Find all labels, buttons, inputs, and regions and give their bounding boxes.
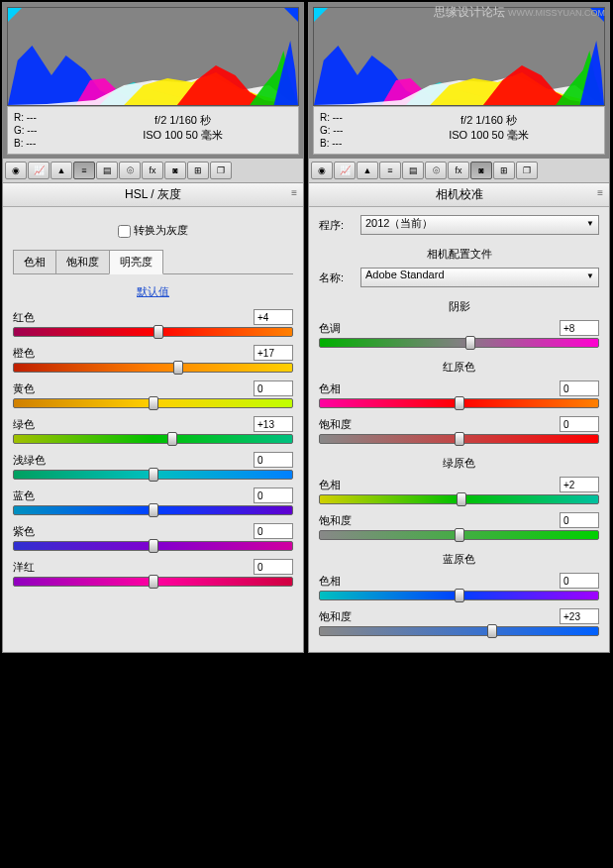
slider-value-input[interactable] [560,380,599,396]
exif-readout: f/2 1/160 秒ISO 100 50 毫米 [375,111,602,150]
hsl-content: 转换为灰度 色相 饱和度 明亮度 默认值 红色 橙色 黄色 [3,207,303,652]
lens-icon[interactable]: ⦾ [119,162,141,179]
histogram[interactable] [7,7,299,106]
calibration-panel: R: ---G: ---B: --- f/2 1/160 秒ISO 100 50… [308,2,610,653]
detail-icon[interactable]: ▲ [51,162,72,179]
histogram-area: R: ---G: ---B: --- f/2 1/160 秒ISO 100 50… [309,3,609,159]
slider-track[interactable] [319,398,599,408]
slider-value-input[interactable] [254,309,293,325]
slider-value-input[interactable] [254,452,293,468]
slider-handle[interactable] [149,396,158,410]
slider-row: 色相 [319,573,599,600]
split-icon[interactable]: ▤ [402,162,424,179]
slider-track[interactable] [319,530,599,540]
fx-icon[interactable]: fx [142,162,163,179]
highlight-clip-icon[interactable] [284,8,298,22]
presets-icon[interactable]: ⊞ [187,162,209,179]
slider-track[interactable] [13,470,293,480]
slider-value-input[interactable] [560,512,599,528]
slider-row: 饱和度 [319,608,599,636]
slider-value-input[interactable] [560,477,599,492]
slider-handle[interactable] [149,468,158,482]
slider-handle[interactable] [455,396,464,410]
curve-icon[interactable]: 📈 [334,162,356,179]
slider-track[interactable] [319,494,599,504]
hsl-icon[interactable]: ≡ [379,162,401,179]
camera-icon[interactable]: ◙ [164,162,186,179]
slider-handle[interactable] [457,492,466,506]
tab-luminance[interactable]: 明亮度 [109,250,163,274]
slider-track[interactable] [13,363,293,373]
slider-handle[interactable] [153,325,163,339]
slider-value-input[interactable] [254,559,293,575]
slider-handle[interactable] [455,528,464,542]
hsl-panel: R: ---G: ---B: --- f/2 1/160 秒ISO 100 50… [2,2,304,653]
slider-track[interactable] [319,591,599,600]
hsl-icon[interactable]: ≡ [73,162,95,179]
profile-select[interactable]: Adobe Standard [360,268,599,287]
slider-track[interactable] [13,398,293,408]
basic-icon[interactable]: ◉ [5,162,27,179]
snapshot-icon[interactable]: ❐ [210,162,232,179]
slider-track[interactable] [319,434,599,444]
slider-row: 紫色 [13,523,293,551]
split-icon[interactable]: ▤ [96,162,118,179]
slider-label: 色调 [319,321,341,336]
shadow-clip-icon[interactable] [314,8,328,22]
slider-track[interactable] [319,626,599,636]
slider-row: 绿色 [13,416,293,444]
slider-label: 紫色 [13,524,35,539]
tab-saturation[interactable]: 饱和度 [55,250,110,273]
slider-handle[interactable] [173,361,183,375]
tab-hue[interactable]: 色相 [13,250,56,273]
slider-handle[interactable] [149,575,158,589]
slider-value-input[interactable] [254,488,293,503]
highlight-clip-icon[interactable] [590,8,604,22]
slider-row: 橙色 [13,345,293,373]
slider-handle[interactable] [487,624,497,638]
slider-track[interactable] [13,505,293,515]
slider-handle[interactable] [167,432,177,446]
slider-label: 红色 [13,310,35,325]
slider-row: 浅绿色 [13,452,293,480]
slider-track[interactable] [13,434,293,444]
slider-value-input[interactable] [560,416,599,432]
camera-icon[interactable]: ◙ [470,162,492,179]
shadow-clip-icon[interactable] [8,8,22,22]
slider-handle[interactable] [455,589,464,602]
curve-icon[interactable]: 📈 [28,162,50,179]
slider-handle[interactable] [149,539,158,553]
section-menu-icon[interactable]: ≡ [597,187,603,198]
presets-icon[interactable]: ⊞ [493,162,515,179]
slider-label: 色相 [319,478,341,492]
grayscale-checkbox[interactable] [118,225,131,238]
slider-value-input[interactable] [254,523,293,539]
slider-label: 饱和度 [319,609,352,624]
slider-value-input[interactable] [254,380,293,396]
detail-icon[interactable]: ▲ [357,162,378,179]
default-link[interactable]: 默认值 [13,284,293,299]
fx-icon[interactable]: fx [448,162,469,179]
slider-track[interactable] [13,541,293,551]
exif-row: R: ---G: ---B: --- f/2 1/160 秒ISO 100 50… [7,106,299,155]
slider-handle[interactable] [149,503,158,517]
slider-handle[interactable] [465,336,475,350]
histogram-chart [314,21,604,105]
section-menu-icon[interactable]: ≡ [291,187,297,198]
lens-icon[interactable]: ⦾ [425,162,447,179]
slider-track[interactable] [319,338,599,348]
histogram[interactable] [313,7,605,106]
slider-value-input[interactable] [560,608,599,624]
panel-toolbar: ◉ 📈 ▲ ≡ ▤ ⦾ fx ◙ ⊞ ❐ [309,159,609,183]
snapshot-icon[interactable]: ❐ [516,162,538,179]
slider-track[interactable] [13,577,293,587]
slider-value-input[interactable] [254,345,293,361]
slider-value-input[interactable] [560,573,599,589]
slider-row: 饱和度 [319,416,599,444]
process-select[interactable]: 2012（当前） [360,215,599,235]
slider-value-input[interactable] [560,320,599,336]
basic-icon[interactable]: ◉ [311,162,333,179]
slider-handle[interactable] [455,432,464,446]
slider-value-input[interactable] [254,416,293,432]
slider-track[interactable] [13,327,293,337]
